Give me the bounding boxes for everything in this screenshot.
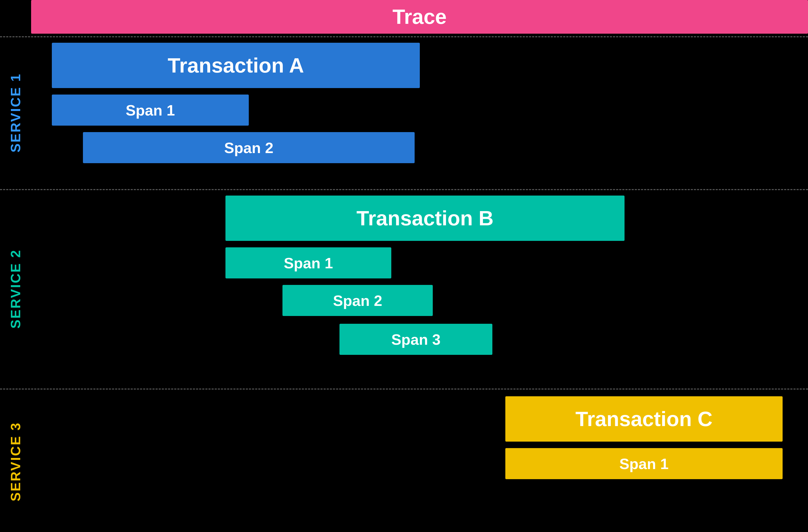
service2-span2-bar: Span 2 bbox=[282, 285, 433, 316]
service1-span2-bar: Span 2 bbox=[83, 132, 415, 163]
service2-span3-label: Span 3 bbox=[391, 331, 441, 348]
service2-span3-bar: Span 3 bbox=[339, 324, 492, 355]
divider-3 bbox=[0, 388, 808, 390]
divider-1 bbox=[0, 36, 808, 37]
service1-span1-label: Span 1 bbox=[126, 101, 175, 119]
service1-label: SERVICE 1 bbox=[0, 39, 31, 187]
trace-label: Trace bbox=[392, 5, 446, 29]
service2-span1-label: Span 1 bbox=[284, 254, 333, 272]
service3-label: SERVICE 3 bbox=[0, 391, 31, 532]
trace-bar: Trace bbox=[31, 0, 808, 34]
service2-label: SERVICE 2 bbox=[0, 192, 31, 386]
service1-span1-bar: Span 1 bbox=[52, 95, 249, 126]
transaction-a-bar: Transaction A bbox=[52, 43, 420, 88]
service2-span2-label: Span 2 bbox=[333, 292, 382, 309]
service3-span1-label: Span 1 bbox=[619, 455, 668, 472]
transaction-b-label: Transaction B bbox=[356, 206, 493, 230]
service2-span1-bar: Span 1 bbox=[225, 247, 391, 279]
transaction-c-bar: Transaction C bbox=[505, 396, 783, 442]
divider-2 bbox=[0, 189, 808, 190]
transaction-b-bar: Transaction B bbox=[225, 195, 625, 241]
service1-span2-label: Span 2 bbox=[224, 139, 273, 156]
service3-span1-bar: Span 1 bbox=[505, 448, 783, 479]
transaction-a-label: Transaction A bbox=[168, 54, 304, 77]
transaction-c-label: Transaction C bbox=[575, 407, 712, 431]
